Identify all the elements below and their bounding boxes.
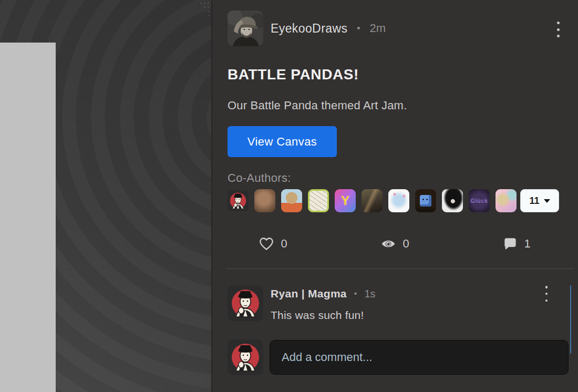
coauthor-avatar-ryan-magma[interactable]: [228, 189, 249, 212]
coauthors-count-dropdown[interactable]: 11: [520, 189, 559, 212]
post-options-kebab-icon[interactable]: [553, 22, 563, 37]
caret-down-icon: [544, 199, 550, 203]
coauthor-avatar-sketchbook[interactable]: [308, 189, 329, 212]
comment-text: This was such fun!: [271, 309, 364, 322]
post-author-name[interactable]: EyekooDraws: [271, 22, 347, 36]
view-canvas-button[interactable]: View Canvas: [228, 126, 337, 157]
canvas-workspace[interactable]: [0, 0, 212, 392]
canvas-sheet[interactable]: [0, 43, 56, 392]
coauthor-avatar-concert[interactable]: [362, 189, 383, 212]
likes-stat[interactable]: 0: [212, 233, 334, 254]
heart-icon: [259, 237, 274, 251]
views-count: 0: [402, 237, 409, 251]
composer-user-avatar: [228, 339, 263, 375]
coauthor-avatar-smiling-man[interactable]: [254, 189, 275, 212]
add-comment-input[interactable]: [270, 340, 569, 375]
comment-header: Ryan | Magma • 1s: [271, 286, 376, 302]
coauthors-avatar-row: Y Glück: [228, 189, 517, 212]
comments-scrollbar[interactable]: [570, 285, 571, 354]
coauthor-avatar-anime-sketch[interactable]: [388, 189, 409, 212]
post-body-text: Our Battle Panda themed Art Jam.: [228, 99, 407, 112]
coauthor-avatar-bw-portrait[interactable]: [442, 189, 463, 212]
post-timestamp: 2m: [370, 22, 386, 35]
cube-robot-icon: [420, 195, 431, 207]
likes-count: 0: [281, 237, 287, 251]
letter-y-glyph: Y: [341, 193, 349, 208]
comment-bubble-icon: [503, 237, 517, 251]
comments-stat[interactable]: 1: [456, 233, 578, 254]
coauthors-label: Co-Authors:: [228, 171, 291, 185]
comments-divider: [226, 269, 574, 269]
comments-count: 1: [524, 237, 530, 251]
canvas-corner-dots-decoration: [195, 1, 209, 18]
coauthor-avatar-pink-art[interactable]: [496, 189, 517, 212]
views-stat[interactable]: 0: [334, 233, 456, 254]
eye-icon: [381, 238, 396, 250]
glueck-label: Glück: [470, 198, 488, 204]
coauthor-avatar-letter-y[interactable]: Y: [335, 189, 356, 212]
comment-timestamp: 1s: [364, 288, 375, 300]
post-title: BATTLE PANDAS!: [228, 66, 359, 83]
comment-author-avatar[interactable]: [228, 285, 263, 321]
comment-options-kebab-icon[interactable]: [541, 286, 552, 302]
coauthor-avatar-glueck[interactable]: Glück: [469, 189, 490, 212]
coauthor-avatar-blue-cube-robot[interactable]: [415, 189, 436, 212]
post-author-avatar[interactable]: [228, 11, 263, 46]
coauthors-count: 11: [529, 195, 539, 207]
post-header: EyekooDraws • 2m: [271, 0, 386, 57]
post-meta-separator: •: [357, 23, 360, 34]
comment-meta-separator: •: [354, 289, 357, 298]
coauthor-avatar-pug-dog[interactable]: [281, 189, 302, 212]
post-panel: EyekooDraws • 2m BATTLE PANDAS! Our Batt…: [212, 0, 578, 392]
post-stats-row: 0 0 1: [212, 233, 578, 254]
comment-author-name[interactable]: Ryan | Magma: [271, 287, 347, 300]
